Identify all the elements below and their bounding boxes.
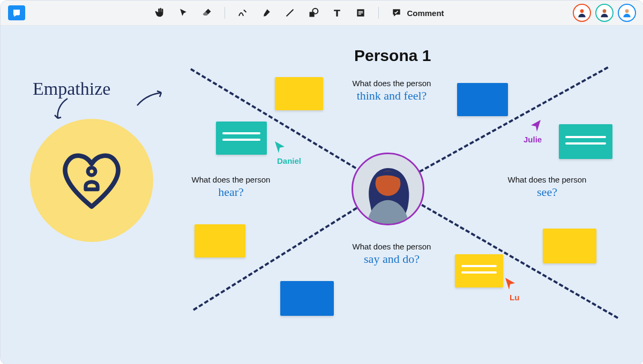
collaborator-avatars: [573, 4, 636, 22]
comment-button[interactable]: Comment: [391, 7, 444, 18]
toolbar-separator: [225, 7, 225, 19]
sticky-note[interactable]: [195, 224, 245, 257]
svg-point-3: [603, 9, 607, 13]
text-tool-icon[interactable]: [331, 7, 343, 19]
toolbar-tools: Comment: [154, 7, 444, 19]
empathize-circle[interactable]: [30, 119, 153, 242]
pen-tool-icon[interactable]: [237, 7, 249, 19]
persona-avatar[interactable]: [352, 153, 424, 225]
hand-tool-icon[interactable]: [154, 7, 166, 19]
quadrant-label-right[interactable]: What does the person see?: [494, 175, 601, 199]
sticky-note[interactable]: [275, 77, 323, 110]
whiteboard-canvas[interactable]: Persona 1 Empathize What does the person: [1, 25, 643, 364]
collaborator-avatar[interactable]: [618, 4, 636, 22]
app-window: Comment Persona 1 Empathize: [0, 0, 643, 364]
user-cursor-daniel: Daniel: [274, 140, 301, 165]
svg-point-1: [313, 9, 318, 14]
line-tool-icon[interactable]: [284, 7, 296, 19]
eraser-tool-icon[interactable]: [201, 7, 213, 19]
toolbar-separator: [378, 7, 379, 19]
quadrant-label-left[interactable]: What does the person hear?: [177, 175, 285, 199]
sticky-note[interactable]: [559, 124, 612, 159]
toolbar: Comment: [1, 1, 643, 26]
user-cursor-lu: Lu: [504, 277, 519, 302]
heart-person-icon: [54, 143, 129, 218]
board-title[interactable]: Persona 1: [354, 47, 431, 65]
sticky-note[interactable]: [280, 281, 334, 316]
user-cursor-julie: Julie: [530, 119, 542, 144]
collaborator-avatar[interactable]: [595, 4, 614, 22]
arrow-icon: [51, 96, 73, 123]
select-tool-icon[interactable]: [177, 7, 189, 19]
quadrant-label-top[interactable]: What does the person think and feel?: [338, 79, 445, 103]
note-tool-icon[interactable]: [355, 7, 367, 19]
svg-point-4: [625, 9, 629, 13]
quadrant-label-bottom[interactable]: What does the person say and do?: [338, 242, 445, 266]
sticky-note[interactable]: [543, 229, 596, 263]
arrow-icon: [134, 89, 167, 111]
sticky-note[interactable]: [216, 122, 267, 155]
sticky-note[interactable]: [455, 254, 503, 287]
sticky-note[interactable]: [457, 83, 508, 116]
marker-tool-icon[interactable]: [260, 7, 272, 19]
collaborator-avatar[interactable]: [573, 4, 591, 22]
shape-tool-icon[interactable]: [308, 7, 319, 19]
svg-point-2: [580, 9, 584, 13]
svg-point-5: [88, 168, 95, 175]
comment-label: Comment: [407, 9, 444, 18]
app-logo[interactable]: [8, 5, 25, 20]
